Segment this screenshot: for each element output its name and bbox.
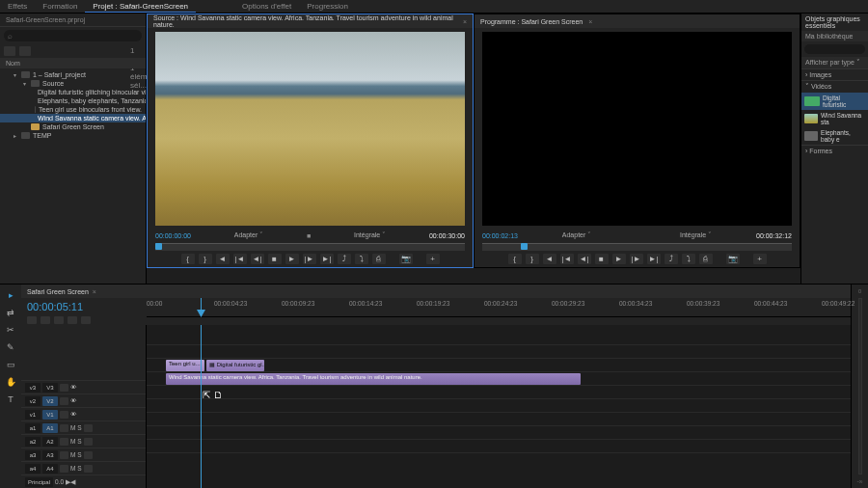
audio-track-header[interactable]: a4A4M S: [21, 461, 146, 474]
source-scale-dropdown[interactable]: Intégrale: [351, 230, 389, 240]
tool-button[interactable]: T: [4, 393, 17, 406]
track-lane[interactable]: [147, 439, 851, 452]
audio-track-header[interactable]: a1A1M S: [21, 420, 146, 434]
tree-item[interactable]: Digital futuristic glitching binocular v…: [0, 88, 146, 96]
transport-button[interactable]: |◄: [233, 254, 247, 264]
transport-button[interactable]: |►: [303, 254, 316, 264]
audio-track-header[interactable]: a3A3M S: [21, 447, 146, 461]
track-lane[interactable]: [147, 425, 851, 439]
transport-button[interactable]: ⎙: [372, 254, 386, 264]
tab-project[interactable]: Projet : Safari-GreenScreen: [85, 0, 196, 13]
close-icon[interactable]: ×: [588, 18, 592, 25]
transport-button[interactable]: {: [181, 254, 195, 264]
transport-button[interactable]: ◄: [216, 254, 230, 264]
clip[interactable]: Wind Savanna static camera view. Africa.…: [166, 373, 581, 385]
tab-training[interactable]: Formation: [35, 0, 85, 13]
eg-group-formes[interactable]: › Formes: [801, 145, 868, 156]
master-track-header[interactable]: Principal0.0▶◀: [21, 474, 146, 488]
transport-button[interactable]: {: [508, 254, 522, 264]
transport-button[interactable]: ⤴: [338, 254, 351, 264]
transport-button[interactable]: |◄: [560, 254, 574, 264]
tree-item[interactable]: Safari Green Screen: [0, 122, 146, 131]
bin-icon[interactable]: [19, 46, 31, 56]
transport-button[interactable]: ⤴: [665, 254, 678, 264]
program-scale-dropdown[interactable]: Intégrale: [677, 230, 715, 240]
eg-group-images[interactable]: › Images: [801, 68, 868, 80]
track-area[interactable]: Teen girl u...▦ Digital futuristic gl...…: [147, 325, 851, 488]
tool-button[interactable]: ✂: [4, 323, 17, 337]
tree-item[interactable]: Elephants, baby elephants, Tanzania, Afr…: [0, 96, 146, 105]
tree-item[interactable]: Teen girl use binoculars front view.: [0, 105, 146, 114]
tool-button[interactable]: ⇄: [4, 306, 17, 319]
close-icon[interactable]: ×: [463, 18, 467, 25]
project-search-input[interactable]: [4, 30, 142, 41]
tab-progression[interactable]: Progression: [299, 0, 356, 13]
track-lane[interactable]: [147, 412, 851, 425]
eg-video-item[interactable]: Wind Savanna sta: [801, 110, 868, 127]
timeline-tab[interactable]: Safari Green Screen: [27, 288, 89, 295]
clip[interactable]: ▦ Digital futuristic gl...: [206, 360, 264, 371]
tool-button[interactable]: ▭: [4, 358, 17, 371]
transport-button[interactable]: }: [526, 254, 539, 264]
eg-group-videos[interactable]: ˅ Vidéos: [801, 80, 868, 93]
source-viewer[interactable]: [155, 32, 465, 226]
tree-item[interactable]: ▾Source: [0, 79, 146, 88]
transport-button[interactable]: ►|: [647, 254, 661, 264]
source-playhead[interactable]: [155, 243, 162, 250]
track-lane[interactable]: [147, 452, 851, 466]
clip[interactable]: Teen girl u...: [166, 360, 204, 371]
track-lane[interactable]: [147, 385, 851, 398]
track-lane[interactable]: Wind Savanna static camera view. Africa.…: [147, 371, 851, 385]
bin-icon[interactable]: [4, 46, 15, 56]
tab-effects[interactable]: Effets: [0, 0, 35, 13]
add-button-icon[interactable]: +: [753, 254, 767, 264]
transport-button[interactable]: ■: [595, 254, 609, 264]
program-fit-dropdown[interactable]: Adapter: [559, 230, 594, 240]
transport-button[interactable]: ⤵: [355, 254, 368, 264]
transport-button[interactable]: 📷: [726, 254, 740, 264]
transport-button[interactable]: |►: [630, 254, 643, 264]
transport-button[interactable]: ⎙: [699, 254, 713, 264]
timeline-timecode[interactable]: 00:00:05:11: [21, 298, 147, 315]
transport-button[interactable]: 📷: [399, 254, 413, 264]
tree-item[interactable]: Wind Savanna static camera view. Africa.…: [0, 114, 146, 122]
close-icon[interactable]: ×: [93, 288, 96, 295]
transport-button[interactable]: ◄|: [251, 254, 264, 264]
transport-button[interactable]: ►: [612, 254, 626, 264]
transport-button[interactable]: ◄: [543, 254, 556, 264]
tree-item[interactable]: ▾1 – Safari_project: [0, 70, 146, 79]
transport-button[interactable]: ►|: [320, 254, 334, 264]
transport-button[interactable]: ◄|: [578, 254, 591, 264]
video-track-header[interactable]: v1V1👁: [21, 407, 146, 420]
track-lane[interactable]: [147, 398, 851, 412]
tool-button[interactable]: ✎: [4, 340, 17, 354]
program-tc-left[interactable]: 00:00:02:13: [482, 232, 518, 239]
program-playhead[interactable]: [521, 243, 528, 250]
video-track-header[interactable]: v3V3👁: [21, 380, 146, 393]
track-lane[interactable]: Teen girl u...▦ Digital futuristic gl...: [147, 358, 851, 371]
eg-filter[interactable]: Afficher par type ˅: [801, 57, 868, 68]
source-tc-left[interactable]: 00:00:00:00: [155, 232, 191, 239]
eg-library[interactable]: Ma bibliothèque: [801, 31, 868, 41]
video-track-header[interactable]: v2V2👁: [21, 393, 146, 407]
tree-item[interactable]: ▸TEMP: [0, 131, 146, 140]
eg-video-item[interactable]: Elephants, baby e: [801, 127, 868, 145]
audio-track-header[interactable]: a2A2M S: [21, 434, 146, 447]
transport-button[interactable]: ■: [268, 254, 282, 264]
tool-button[interactable]: ▸: [4, 288, 17, 302]
transport-button[interactable]: }: [199, 254, 212, 264]
tab-effect-options[interactable]: Options d'effet: [234, 0, 299, 13]
transport-button[interactable]: ⤵: [682, 254, 695, 264]
playhead[interactable]: [197, 310, 205, 317]
eg-search[interactable]: [804, 44, 865, 54]
program-ruler[interactable]: [482, 243, 792, 251]
column-name-header[interactable]: Nom: [0, 58, 146, 68]
track-lane[interactable]: [147, 344, 851, 358]
eg-video-item[interactable]: Digital futuristic: [801, 93, 868, 110]
source-fit-dropdown[interactable]: Adapter: [231, 230, 266, 240]
add-button-icon[interactable]: +: [426, 254, 440, 264]
source-ruler[interactable]: [155, 243, 465, 251]
timeline-ruler[interactable]: 00:0000:00:04:2300:00:09:2300:00:14:2300…: [147, 298, 851, 317]
program-viewer[interactable]: [482, 32, 792, 226]
transport-button[interactable]: ►: [285, 254, 299, 264]
